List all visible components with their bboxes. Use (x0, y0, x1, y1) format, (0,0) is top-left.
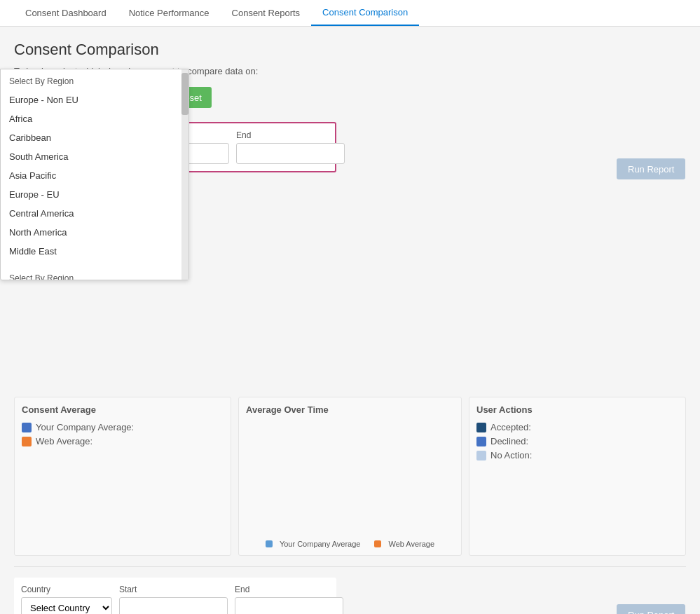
dropdown-item-central-america[interactable]: Central America (1, 204, 188, 223)
avg-over-time-legend-1: Your Company Average Web Average (246, 540, 454, 548)
declined-color-1 (476, 437, 486, 446)
consent-avg-title-1: Consent Average (22, 404, 224, 415)
dropdown-item-europe-eu[interactable]: Europe - EU (1, 185, 188, 204)
web-avg-bottom-label-1: Web Average (388, 540, 434, 548)
page-title: Consent Comparison (14, 41, 686, 59)
top-navigation: Consent Dashboard Notice Performance Con… (0, 0, 700, 27)
accepted-legend-1: Accepted: (476, 422, 678, 432)
web-avg-bottom-color-1 (374, 540, 381, 547)
row1-section: Country Select Country Start End Run Rep… (14, 122, 686, 556)
run-report-button-1[interactable]: Run Report (617, 158, 685, 179)
declined-label-1: Declined: (490, 436, 528, 446)
your-company-bottom-legend-1: Your Company Average (266, 540, 361, 548)
dropdown-scroll[interactable]: Select By Region Europe - Non EU Africa … (1, 69, 188, 280)
accepted-color-1 (476, 423, 486, 432)
dropdown-item-asia-pacific[interactable]: Asia Pacific (1, 166, 188, 185)
nav-consent-dashboard[interactable]: Consent Dashboard (14, 1, 118, 25)
run-report-button-2[interactable]: Run Report (617, 604, 685, 614)
scrollbar-thumb (181, 73, 188, 115)
end-field-group: End (236, 130, 345, 164)
accepted-label-1: Accepted: (490, 422, 531, 432)
no-action-color-1 (476, 451, 486, 460)
web-avg-color-1 (22, 437, 32, 446)
dropdown-scrollbar (181, 69, 188, 280)
dropdown-item-north-america[interactable]: North America (1, 223, 188, 242)
dropdown-item-africa[interactable]: Africa (1, 109, 188, 128)
avg-over-time-title-1: Average Over Time (246, 404, 454, 415)
dropdown-item-caribbean[interactable]: Caribbean (1, 128, 188, 147)
your-company-label-1: Your Company Average: (36, 422, 134, 432)
charts-row-1: Consent Average Your Company Average: We… (14, 397, 686, 556)
web-avg-legend-1: Web Average: (22, 436, 224, 446)
web-avg-bottom-legend-1: Web Average (374, 540, 434, 548)
dropdown-region-header-1: Select By Region (1, 69, 188, 90)
row2-country-label: Country (21, 585, 112, 594)
your-company-bottom-color-1 (266, 540, 273, 547)
row2-field-group: Country Select Country Start End (14, 578, 336, 614)
nav-consent-comparison[interactable]: Consent Comparison (311, 0, 419, 26)
your-company-color-1 (22, 423, 32, 432)
no-action-legend-1: No Action: (476, 450, 678, 460)
start-date-input-2[interactable] (119, 597, 228, 614)
your-company-legend-1: Your Company Average: (22, 422, 224, 432)
end-date-input-1[interactable] (236, 143, 345, 164)
user-actions-panel-1: User Actions Accepted: Declined: No Acti… (469, 397, 686, 556)
row2-start-field-group: Start (119, 585, 228, 614)
dropdown-item-middle-east[interactable]: Middle East (1, 242, 188, 261)
row2-end-label: End (235, 585, 343, 594)
web-avg-label-1: Web Average: (36, 436, 92, 446)
row2-section: Country Select Country Start End Run Rep… (14, 578, 686, 614)
dropdown-item-europe-non-eu[interactable]: Europe - Non EU (1, 90, 188, 109)
end-label: End (236, 130, 345, 140)
dropdown-item-south-america[interactable]: South America (1, 147, 188, 166)
country-dropdown: Select By Region Europe - Non EU Africa … (0, 69, 189, 280)
your-company-bottom-label-1: Your Company Average (280, 540, 361, 548)
no-action-label-1: No Action: (490, 450, 532, 460)
row2-end-field-group: End (235, 585, 343, 614)
end-date-input-2[interactable] (235, 597, 343, 614)
user-actions-title-1: User Actions (476, 404, 678, 415)
declined-legend-1: Declined: (476, 436, 678, 446)
row2-controls: Country Select Country Start End Run Rep… (14, 578, 686, 614)
row-divider (14, 566, 686, 567)
nav-consent-reports[interactable]: Consent Reports (221, 1, 312, 25)
page-content: Consent Comparison To begin, select whic… (0, 27, 700, 614)
dropdown-country-header: Select By Region (1, 266, 188, 280)
nav-notice-performance[interactable]: Notice Performance (118, 1, 221, 25)
row2-country-field-group: Country Select Country (21, 585, 112, 614)
row2-start-label: Start (119, 585, 228, 594)
country-select-2[interactable]: Select Country (21, 597, 112, 614)
consent-avg-panel-1: Consent Average Your Company Average: We… (14, 397, 231, 556)
avg-over-time-panel-1: Average Over Time Your Company Average W… (238, 397, 462, 556)
